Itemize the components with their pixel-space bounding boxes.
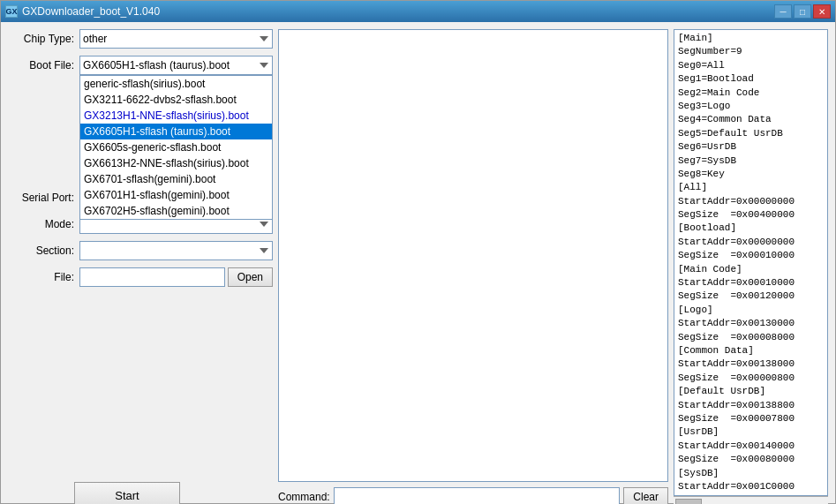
window-title: GXDownloader_boot_V1.040 xyxy=(22,5,160,18)
scrollbar-thumb[interactable] xyxy=(675,499,702,504)
boot-option-2[interactable]: GX3213H1-NNE-sflash(sirius).boot xyxy=(80,108,272,124)
file-input[interactable] xyxy=(79,267,225,287)
file-label: File: xyxy=(8,271,74,283)
boot-option-5[interactable]: GX6613H2-NNE-sflash(sirius).boot xyxy=(80,155,272,171)
chip-type-label: Chip Type: xyxy=(8,33,74,45)
chip-type-control: other xyxy=(79,29,273,49)
minimize-button[interactable]: ─ xyxy=(774,4,792,19)
mode-label: Mode: xyxy=(8,218,74,230)
middle-panel: Command: Clear xyxy=(278,29,668,504)
clear-button[interactable]: Clear xyxy=(623,487,668,504)
command-input[interactable] xyxy=(334,487,621,504)
boot-file-wrapper: generic-sflash(sirius).boot GX3211-6622-… xyxy=(79,56,273,75)
start-btn-area: Start xyxy=(8,464,273,504)
serial-port-label: Serial Port: xyxy=(8,192,74,204)
file-input-row: Open xyxy=(79,267,273,287)
section-select[interactable] xyxy=(79,241,273,260)
boot-option-4[interactable]: GX6605s-generic-sflash.boot xyxy=(80,139,272,155)
chip-type-row: Chip Type: other xyxy=(8,29,273,49)
left-panel: Chip Type: other Boot File: generic-sfla… xyxy=(8,29,273,504)
command-row: Command: Clear xyxy=(278,485,668,504)
boot-option-6[interactable]: GX6701-sflash(gemini).boot xyxy=(80,171,272,187)
boot-option-0[interactable]: generic-sflash(sirius).boot xyxy=(80,76,272,92)
info-content: [Main] SegNumber=9 Seg0=All Seg1=Bootloa… xyxy=(678,32,824,493)
log-area xyxy=(278,29,668,482)
app-icon: GX xyxy=(5,5,18,18)
content-area: Chip Type: other Boot File: generic-sfla… xyxy=(1,22,835,504)
boot-option-1[interactable]: GX3211-6622-dvbs2-sflash.boot xyxy=(80,92,272,108)
boot-option-3[interactable]: GX6605H1-sflash (taurus).boot xyxy=(80,124,272,139)
start-button[interactable]: Start xyxy=(74,482,180,504)
boot-file-row: Boot File: generic-sflash(sirius).boot G… xyxy=(8,56,273,75)
section-label: Section: xyxy=(8,244,74,257)
boot-option-8[interactable]: GX6702H5-sflash(gemini).boot xyxy=(80,203,272,219)
main-window: GX GXDownloader_boot_V1.040 ─ □ ✕ Chip T… xyxy=(0,0,836,504)
title-bar-left: GX GXDownloader_boot_V1.040 xyxy=(5,5,160,18)
section-control xyxy=(79,241,273,260)
window-controls: ─ □ ✕ xyxy=(774,4,831,19)
close-button[interactable]: ✕ xyxy=(813,4,831,19)
section-row: Section: xyxy=(8,241,273,260)
title-bar: GX GXDownloader_boot_V1.040 ─ □ ✕ xyxy=(1,1,835,22)
restore-button[interactable]: □ xyxy=(794,4,811,19)
file-row: File: Open xyxy=(8,267,273,287)
boot-option-7[interactable]: GX6701H1-sflash(gemini).boot xyxy=(80,187,272,203)
chip-type-select[interactable]: other xyxy=(79,29,273,49)
boot-file-dropdown-list: generic-sflash(sirius).boot GX3211-6622-… xyxy=(79,75,273,220)
open-button[interactable]: Open xyxy=(228,267,273,287)
right-panel: [Main] SegNumber=9 Seg0=All Seg1=Bootloa… xyxy=(674,29,828,504)
info-area[interactable]: [Main] SegNumber=9 Seg0=All Seg1=Bootloa… xyxy=(674,29,828,496)
boot-file-label: Boot File: xyxy=(8,59,74,71)
boot-file-select[interactable]: generic-sflash(sirius).boot GX3211-6622-… xyxy=(79,56,273,75)
command-label: Command: xyxy=(278,491,330,503)
horizontal-scrollbar[interactable] xyxy=(674,496,828,504)
